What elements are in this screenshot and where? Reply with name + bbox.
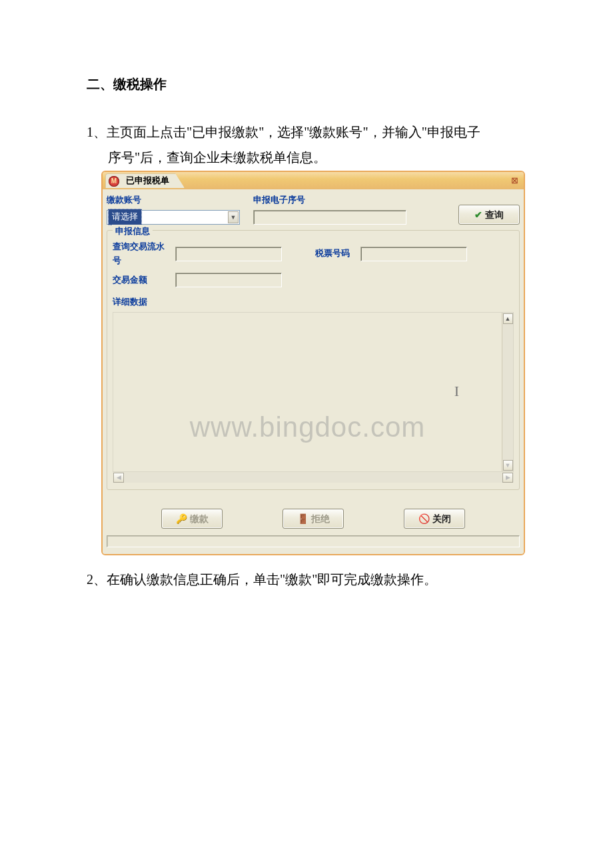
app-logo-icon: M xyxy=(109,176,119,187)
scroll-right-icon[interactable]: ▶ xyxy=(502,473,513,483)
check-icon: ✔ xyxy=(474,207,482,222)
statusbar xyxy=(107,535,520,547)
declare-info-legend: 申报信息 xyxy=(113,225,153,239)
payment-account-selected: 请选择 xyxy=(108,209,142,225)
key-icon: 🔑 xyxy=(176,511,187,526)
instruction-2: 2、在确认缴款信息正确后，单击"缴款"即可完成缴款操作。 xyxy=(87,569,526,590)
tax-ticket-no-field[interactable] xyxy=(360,247,467,261)
vertical-scrollbar[interactable]: ▲ ▼ xyxy=(502,313,513,471)
reject-button-label: 拒绝 xyxy=(311,511,330,526)
scroll-up-icon[interactable]: ▲ xyxy=(503,313,513,324)
instruction-1-line1: 1、主页面上点击"已申报缴款"，选择"缴款账号"，并输入"申报电子 xyxy=(87,121,526,143)
prohibit-icon: 🚫 xyxy=(418,511,430,526)
client-area: 缴款账号 请选择 ▼ 申报电子序号 ✔ 查询 xyxy=(103,189,524,554)
scroll-left-icon[interactable]: ◀ xyxy=(113,473,124,483)
query-trans-no-field[interactable] xyxy=(175,247,282,261)
text-cursor-icon: I xyxy=(454,379,459,403)
pay-button[interactable]: 🔑 缴款 xyxy=(161,509,223,529)
close-icon[interactable]: ⊠ xyxy=(509,176,520,187)
detail-data-content[interactable]: I www.bingdoc.com xyxy=(113,313,502,471)
declare-info-group: 申报信息 查询交易流水号 税票号码 交易金额 详细数据 I www. xyxy=(107,230,520,490)
pay-button-label: 缴款 xyxy=(190,511,209,526)
chevron-down-icon[interactable]: ▼ xyxy=(228,211,239,223)
exit-icon: 🚪 xyxy=(297,511,308,526)
horizontal-scrollbar[interactable]: ◀ ▶ xyxy=(113,471,514,483)
query-button-label: 查询 xyxy=(485,207,504,222)
query-trans-no-label: 查询交易流水号 xyxy=(113,240,170,268)
trans-amount-field[interactable] xyxy=(175,273,282,287)
scroll-down-icon[interactable]: ▼ xyxy=(503,460,513,471)
detail-data-label: 详细数据 xyxy=(113,295,514,309)
instruction-1-line2: 序号"后，查询企业未缴款税单信息。 xyxy=(87,147,526,168)
close-button-label: 关闭 xyxy=(432,511,451,526)
close-button[interactable]: 🚫 关闭 xyxy=(404,509,465,529)
section-title: 二、缴税操作 xyxy=(87,73,526,95)
payment-account-label: 缴款账号 xyxy=(107,193,240,207)
watermark-text: www.bingdoc.com xyxy=(190,405,425,449)
app-window: M 已申报税单 ⊠ 缴款账号 请选择 ▼ 申报电子序号 xyxy=(101,171,525,555)
window-title: 已申报税单 xyxy=(126,174,169,188)
declare-eseq-input[interactable] xyxy=(253,210,406,225)
query-button[interactable]: ✔ 查询 xyxy=(458,205,520,225)
payment-account-select[interactable]: 请选择 ▼ xyxy=(107,210,240,225)
detail-data-area: I www.bingdoc.com ▲ ▼ xyxy=(113,312,514,472)
tax-ticket-no-label: 税票号码 xyxy=(315,247,355,261)
declare-eseq-label: 申报电子序号 xyxy=(253,193,406,207)
reject-button[interactable]: 🚪 拒绝 xyxy=(283,509,344,529)
trans-amount-label: 交易金额 xyxy=(113,273,170,287)
titlebar: M 已申报税单 ⊠ xyxy=(103,172,524,189)
title-tab: M 已申报税单 xyxy=(105,173,185,188)
